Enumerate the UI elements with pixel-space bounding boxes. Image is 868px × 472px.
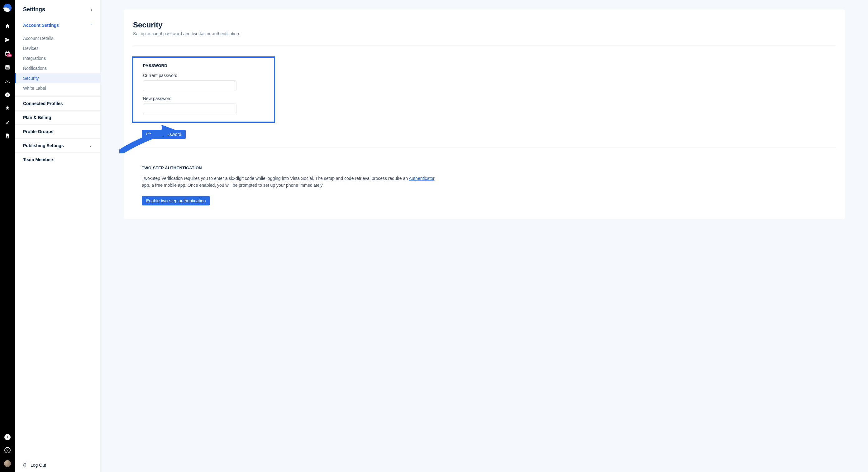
- plus-icon: [6, 435, 9, 439]
- divider: [133, 147, 836, 147]
- user-avatar[interactable]: [4, 460, 11, 467]
- logout-icon: [23, 463, 27, 468]
- current-password-input[interactable]: [143, 81, 237, 91]
- section-label: Team Members: [23, 157, 55, 162]
- document-chart-icon: [5, 133, 10, 139]
- nav-reviews[interactable]: [0, 101, 15, 115]
- image-icon: [5, 64, 10, 70]
- star-badge-icon: [5, 106, 10, 111]
- change-password-button[interactable]: Change password: [142, 130, 186, 139]
- nav-add-button[interactable]: [4, 434, 10, 440]
- nav-send[interactable]: [0, 33, 15, 47]
- two-step-section: TWO-STEP AUTHENTICATION Two-Step Verific…: [133, 166, 836, 205]
- nav-help-button[interactable]: ?: [4, 447, 10, 453]
- pin-icon: [5, 119, 10, 125]
- nav-pin[interactable]: [0, 115, 15, 129]
- subitem-white-label[interactable]: White Label: [15, 83, 100, 93]
- logout-label: Log Out: [31, 463, 46, 468]
- audio-wave-icon: [5, 92, 10, 97]
- question-icon: ?: [6, 448, 8, 452]
- nav-home[interactable]: [0, 19, 15, 33]
- nav-media[interactable]: [0, 60, 15, 74]
- twostep-text-1: Two-Step Verification requires you to en…: [142, 176, 409, 181]
- section-publishing-settings[interactable]: Publishing Settings ⌄: [15, 139, 100, 152]
- current-password-label: Current password: [143, 73, 264, 78]
- password-section-heading: PASSWORD: [143, 63, 264, 68]
- sidebar-collapse-button[interactable]: ‹: [91, 7, 92, 12]
- settings-sidebar: Settings ‹ Account Settings ⌃ Account De…: [15, 0, 101, 472]
- authenticator-link[interactable]: Authenticator: [409, 176, 435, 181]
- section-connected-profiles[interactable]: Connected Profiles: [15, 96, 100, 110]
- calendar-badge: 20: [7, 54, 12, 57]
- subitem-account-details[interactable]: Account Details: [15, 33, 100, 43]
- divider: [133, 46, 836, 46]
- chevron-left-icon: ‹: [91, 7, 92, 12]
- nav-inbox[interactable]: [0, 74, 15, 88]
- nav-calendar[interactable]: 20: [0, 47, 15, 60]
- section-label: Account Settings: [23, 23, 59, 28]
- subitem-devices[interactable]: Devices: [15, 43, 100, 53]
- nav-rail: 20 ?: [0, 0, 15, 472]
- paper-plane-icon: [5, 37, 10, 43]
- subitem-security[interactable]: Security: [15, 73, 100, 83]
- twostep-heading: TWO-STEP AUTHENTICATION: [142, 166, 836, 170]
- new-password-input[interactable]: [143, 104, 237, 114]
- sidebar-title: Settings: [23, 6, 45, 13]
- account-settings-subitems: Account Details Devices Integrations Not…: [15, 32, 100, 96]
- brand-logo[interactable]: [3, 4, 11, 12]
- chevron-down-icon: ⌄: [89, 143, 92, 148]
- section-label: Connected Profiles: [23, 101, 63, 106]
- nav-reports[interactable]: [0, 129, 15, 143]
- page-subtitle: Set up account password and two factor a…: [133, 31, 836, 36]
- twostep-text-2: app, a free mobile app. Once enabled, yo…: [142, 183, 323, 188]
- section-label: Publishing Settings: [23, 143, 64, 148]
- enable-two-step-button[interactable]: Enable two-step authentication: [142, 196, 210, 205]
- twostep-body: Two-Step Verification requires you to en…: [142, 175, 435, 188]
- subitem-notifications[interactable]: Notifications: [15, 63, 100, 73]
- nav-listen[interactable]: [0, 88, 15, 101]
- new-password-label: New password: [143, 96, 264, 101]
- home-icon: [5, 23, 10, 29]
- main-content: Security Set up account password and two…: [101, 0, 868, 232]
- page-title: Security: [133, 21, 836, 29]
- section-plan-billing[interactable]: Plan & Billing: [15, 110, 100, 124]
- section-account-settings[interactable]: Account Settings ⌃: [15, 22, 100, 32]
- section-profile-groups[interactable]: Profile Groups: [15, 124, 100, 139]
- section-team-members[interactable]: Team Members: [15, 152, 100, 167]
- logout-button[interactable]: Log Out: [23, 463, 46, 468]
- security-card: Security Set up account password and two…: [124, 9, 845, 219]
- subitem-integrations[interactable]: Integrations: [15, 53, 100, 63]
- chevron-up-icon: ⌃: [89, 23, 92, 27]
- password-highlight-box: PASSWORD Current password New password: [132, 56, 275, 123]
- section-label: Profile Groups: [23, 129, 53, 134]
- inbox-down-icon: [5, 78, 10, 84]
- section-label: Plan & Billing: [23, 115, 51, 120]
